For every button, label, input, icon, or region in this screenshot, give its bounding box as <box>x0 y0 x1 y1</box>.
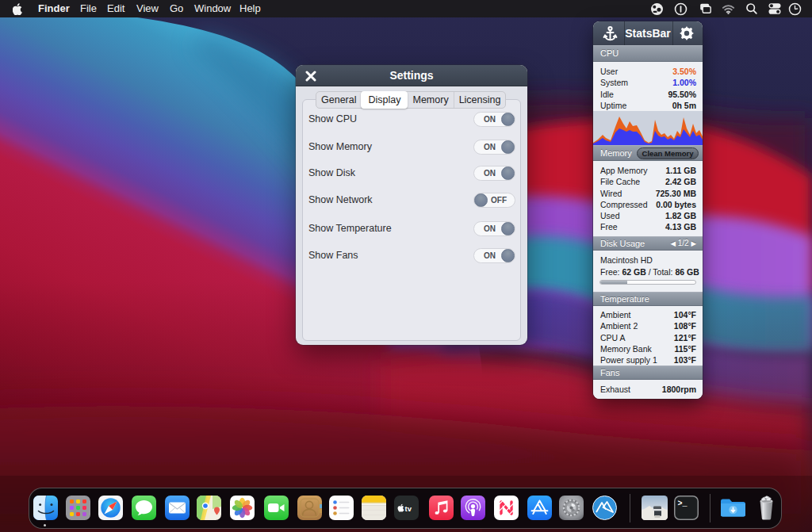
svg-text:tv: tv <box>405 504 412 513</box>
svg-text:>_: >_ <box>678 499 688 508</box>
